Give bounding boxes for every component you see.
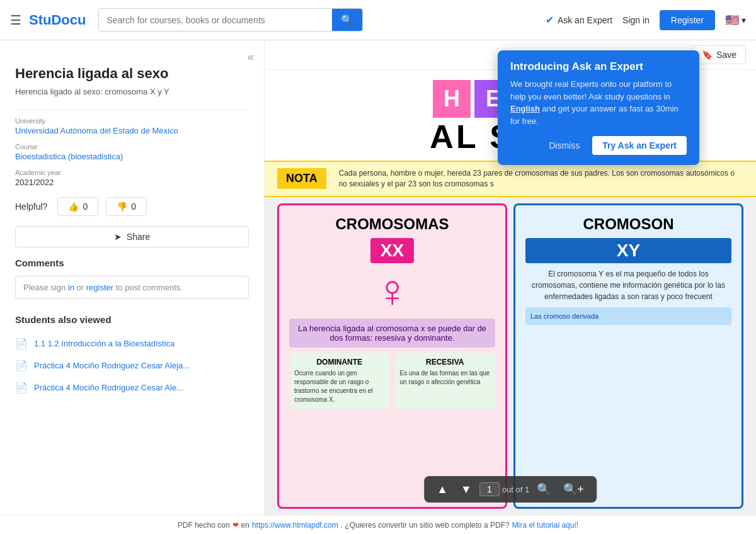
sign-in-link-comment[interactable]: in — [68, 283, 74, 292]
helpful-label: Helpful? — [15, 202, 47, 212]
thumbs-up-icon: 👍 — [68, 202, 79, 212]
course-value[interactable]: Bioestadistica (bioestadistica) — [15, 152, 249, 161]
footer-bar: PDF hecho con ❤ en https://www.htmlapdf.… — [0, 515, 756, 534]
nota-bar: NOTA Cada persona, hombre o mujer, hered… — [265, 161, 756, 197]
pdf-page-input[interactable] — [479, 482, 500, 496]
ask-expert-label: Ask an Expert — [558, 15, 612, 25]
xx-badge: XX — [370, 238, 414, 263]
header-right: ✔ Ask an Expert Sign in Register 🇺🇸 ▾ — [546, 10, 746, 30]
upvote-count: 0 — [83, 202, 88, 212]
academic-year-value: 2021/2022 — [15, 178, 249, 187]
sidebar: « Herencia ligada al sexo Herencia ligad… — [0, 40, 265, 515]
pdf-page-total: out of 1 — [502, 485, 529, 494]
register-link-comment[interactable]: register — [86, 283, 113, 292]
letter-H: H — [433, 80, 471, 118]
cromosomas-xx-title: CROMOSOMAS — [336, 215, 449, 233]
chevron-down-icon: ▾ — [742, 15, 746, 25]
university-value[interactable]: Universidad Autónoma del Estado de Méxic… — [15, 126, 249, 135]
doc-subtitle: Herencia ligado al sexo: cromosoma X y Y — [15, 87, 249, 96]
logo-suffix: Docu — [51, 12, 86, 28]
xy-badge: XY — [525, 238, 731, 263]
flag-icon: 🇺🇸 — [725, 13, 739, 27]
logo-prefix: Stu — [29, 12, 51, 28]
upvote-button[interactable]: 👍 0 — [57, 197, 98, 216]
save-label: Save — [716, 50, 736, 60]
comments-input[interactable]: Please sign in or register to post comme… — [15, 276, 249, 299]
lang-selector[interactable]: 🇺🇸 ▾ — [725, 13, 746, 27]
students-title: Students also viewed — [15, 314, 249, 325]
dismiss-button[interactable]: Dismiss — [544, 137, 585, 154]
try-ask-expert-button[interactable]: Try Ask an Expert — [592, 136, 687, 155]
cromosomas-xy-title: CROMOSON — [525, 215, 731, 233]
pdf-toolbar: ▲ ▼ out of 1 🔍 🔍+ — [424, 476, 597, 503]
search-input[interactable] — [99, 9, 332, 31]
tooltip-body: We brought real Experts onto our platfor… — [510, 78, 687, 127]
students-also-viewed: Students also viewed 📄 1.1 1.2 Introducc… — [15, 314, 249, 399]
hamburger-icon[interactable]: ☰ — [10, 13, 21, 28]
check-icon: ✔ — [546, 14, 554, 26]
footer-text-mid: en — [241, 521, 249, 530]
herencia-text: La herencia ligada al cromosoma x se pue… — [289, 319, 495, 348]
student-item-label-1: Práctica 4 Mociño Rodriguez Cesar Aleja.… — [34, 361, 190, 370]
share-label: Share — [127, 232, 150, 242]
footer-link[interactable]: https://www.htmlapdf.com — [252, 521, 338, 530]
register-button[interactable]: Register — [660, 10, 715, 30]
search-button[interactable]: 🔍 — [332, 9, 362, 31]
footer-tutorial-link[interactable]: Mira el tutorial aquí! — [512, 521, 578, 530]
xy-small-section: Las cromoso derivada — [525, 307, 731, 325]
helpful-section: Helpful? 👍 0 👎 0 — [15, 197, 249, 216]
student-item-label-0: 1.1 1.2 Introducción a la Bioestadística — [34, 339, 175, 348]
sidebar-collapse-button[interactable]: « — [248, 50, 254, 64]
doc-icon-1: 📄 — [15, 360, 28, 372]
bookmark-icon: 🔖 — [702, 50, 713, 60]
doc-icon-0: 📄 — [15, 338, 28, 349]
nota-label: NOTA — [277, 168, 326, 189]
student-item-2[interactable]: 📄 Práctica 4 Mociño Rodriguez Cesar Ale.… — [15, 377, 249, 399]
student-item-1[interactable]: 📄 Práctica 4 Mociño Rodriguez Cesar Alej… — [15, 355, 249, 377]
student-item-label-2: Práctica 4 Mociño Rodriguez Cesar Ale... — [34, 383, 183, 392]
pdf-down-button[interactable]: ▼ — [455, 482, 477, 497]
pdf-zoom-in-button[interactable]: 🔍+ — [558, 481, 589, 497]
pdf-up-button[interactable]: ▲ — [432, 482, 453, 497]
recesiva-text: Es una de las formas en las que un rasgo… — [400, 369, 491, 387]
xy-section: CROMOSON XY El cromosoma Y es el ma pequ… — [513, 203, 743, 509]
downvote-count: 0 — [131, 202, 136, 212]
female-symbol: ♀ — [375, 268, 410, 314]
tooltip-actions: Dismiss Try Ask an Expert — [510, 136, 687, 155]
header: ☰ StuDocu 🔍 ✔ Ask an Expert Sign in Regi… — [0, 0, 756, 40]
ask-expert-link[interactable]: ✔ Ask an Expert — [546, 14, 612, 26]
dominante-title: DOMINANTE — [294, 358, 385, 366]
divider — [15, 109, 249, 110]
recesiva-section: RECESIVA Es una de las formas en las que… — [395, 353, 496, 409]
academic-year-label: Academic year — [15, 169, 249, 176]
pdf-zoom-out-button[interactable]: 🔍 — [532, 481, 556, 497]
save-button[interactable]: 🔖 Save — [692, 45, 746, 64]
comments-section: Comments Please sign in or register to p… — [15, 258, 249, 299]
doc-icon-2: 📄 — [15, 382, 28, 394]
dominante-section: DOMINANTE Ocurre cuando un gen responsab… — [289, 353, 390, 409]
xx-section: CROMOSOMAS XX ♀ La herencia ligada al cr… — [277, 203, 507, 509]
xy-small-text: Las cromoso derivada — [530, 312, 726, 320]
english-highlight: English — [510, 104, 540, 113]
heart-icon: ❤ — [232, 521, 239, 530]
sign-in-link[interactable]: Sign in — [622, 15, 650, 25]
university-label: University — [15, 117, 249, 125]
logo[interactable]: StuDocu — [29, 12, 86, 28]
xy-desc: El cromosoma Y es el ma pequeño de todos… — [525, 268, 731, 302]
student-item-0[interactable]: 📄 1.1 1.2 Introducción a la Bioestadísti… — [15, 332, 249, 355]
nota-text: Cada persona, hombre o mujer, hereda 23 … — [339, 168, 743, 190]
share-icon: ➤ — [114, 232, 122, 242]
course-label: Course — [15, 143, 249, 151]
tooltip-title: Introducing Ask an Expert — [510, 60, 687, 73]
footer-text-suffix: . ¿Quieres convertir un sitio web comple… — [341, 521, 510, 530]
recesiva-title: RECESIVA — [400, 358, 491, 366]
footer-text-prefix: PDF hecho con — [178, 521, 230, 530]
two-columns: CROMOSOMAS XX ♀ La herencia ligada al cr… — [265, 197, 756, 515]
dom-rec-grid: DOMINANTE Ocurre cuando un gen responsab… — [289, 353, 495, 409]
thumbs-down-icon: 👎 — [117, 202, 127, 212]
share-button[interactable]: ➤ Share — [15, 226, 249, 247]
doc-title: Herencia ligada al sexo — [15, 65, 249, 82]
search-container: 🔍 — [98, 8, 363, 31]
downvote-button[interactable]: 👎 0 — [106, 197, 147, 216]
comments-title: Comments — [15, 258, 249, 268]
